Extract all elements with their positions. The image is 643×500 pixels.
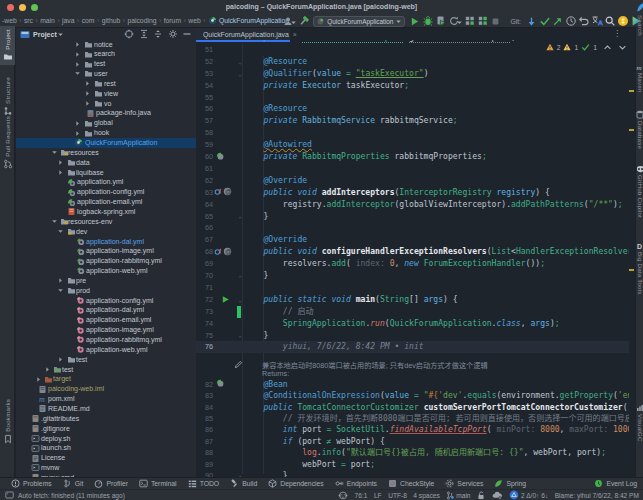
tree-item-application-rabbitmq-yml[interactable]: application-rabbitmq.yml <box>16 256 196 266</box>
search-everywhere-button[interactable] <box>603 15 616 28</box>
bean-gutter-icon[interactable] <box>216 152 225 161</box>
build-project-button[interactable] <box>297 15 310 28</box>
run-gutter-icon[interactable] <box>221 295 230 304</box>
tree-item-resources[interactable]: resources <box>16 148 196 158</box>
breadcrumb-item[interactable]: github <box>102 17 121 24</box>
toolwindow-button-git[interactable]: Git <box>63 479 84 488</box>
history-button[interactable] <box>564 15 577 28</box>
chevron-down-icon[interactable] <box>57 31 64 38</box>
breadcrumb-item[interactable]: main <box>40 17 55 24</box>
chevron-right-icon[interactable] <box>57 158 64 168</box>
fold-marker-icon[interactable]: ⌄ <box>236 68 244 80</box>
coin-plugin-button[interactable] <box>616 15 629 28</box>
breadcrumb-item[interactable]: web <box>188 17 200 24</box>
chevron-down-icon[interactable] <box>57 227 64 237</box>
tree-item-application-config-yml[interactable]: application-config.yml <box>16 187 196 197</box>
fold-marker-icon[interactable]: ⌄ <box>236 294 244 306</box>
indent-widget[interactable]: 4 spaces <box>413 492 439 499</box>
translate-button[interactable] <box>590 15 603 28</box>
debug-button[interactable] <box>421 15 434 28</box>
tree-item-license[interactable]: License <box>16 453 196 463</box>
breadcrumb-item[interactable]: forum <box>164 17 181 24</box>
profiler-alt-button[interactable] <box>476 15 489 28</box>
toolwindow-button-big-data-tools[interactable]: DBig Data Tools <box>636 242 643 295</box>
line-ending-widget[interactable]: LF <box>374 492 382 499</box>
chevron-right-icon[interactable] <box>74 59 81 69</box>
tree-item-pre[interactable]: pre <box>16 276 196 286</box>
tree-item-global[interactable]: global <box>16 118 196 128</box>
chevron-down-icon[interactable] <box>51 148 58 158</box>
toolwindow-button-github-copilot[interactable]: GitHub Copilot <box>636 165 643 218</box>
tree-item-target[interactable]: target <box>16 374 196 384</box>
caret-position-widget[interactable]: 76:1 <box>355 492 368 499</box>
chevron-right-icon[interactable] <box>35 374 42 384</box>
toolwindow-button-problems[interactable]: Problems <box>11 479 52 488</box>
tree-item-application-email-yml[interactable]: application-email.yml <box>16 197 196 207</box>
cloud-sync-widget[interactable] <box>492 491 503 500</box>
chevron-right-icon[interactable] <box>74 49 81 59</box>
tree-item-application-config-yml[interactable]: application-config.yml <box>16 296 196 306</box>
tree-item-user[interactable]: user <box>16 69 196 79</box>
git-branch-widget[interactable]: main <box>446 491 470 500</box>
tree-item-resources-env[interactable]: resources-env <box>16 217 196 227</box>
annotation-gutter-icon[interactable]: @ <box>223 187 232 196</box>
tree-item-mvnw-cmd[interactable]: mvnw.cmd <box>16 473 196 477</box>
commit-button[interactable] <box>538 15 551 28</box>
toolwindow-button-profiler[interactable]: Profiler <box>94 479 128 488</box>
run-button[interactable] <box>408 15 421 28</box>
lock-widget[interactable] <box>477 491 485 500</box>
code-viewport[interactable]: 50 private GlobalViewInterceptor globalV… <box>196 40 629 477</box>
chevron-right-icon[interactable] <box>74 40 81 50</box>
tree-item--gitignore[interactable]: .gitignore <box>16 424 196 434</box>
toolwindow-button-pull-requests[interactable]: Pull Requests <box>0 116 15 169</box>
toolwindow-button-search[interactable]: Search <box>636 2 643 36</box>
scrollbar-warning-mark[interactable] <box>629 90 634 92</box>
tree-item-package-info-java[interactable]: package-info.java <box>16 108 196 118</box>
close-tab-icon[interactable]: × <box>293 31 297 38</box>
update-project-button[interactable] <box>525 15 538 28</box>
rollback-button[interactable] <box>577 15 590 28</box>
toolwindow-button-services[interactable]: Services <box>445 479 483 488</box>
tree-item-application-web-yml[interactable]: application-web.yml <box>16 266 196 276</box>
chevron-right-icon[interactable] <box>84 79 91 89</box>
toolwindow-button-project[interactable]: Project <box>0 26 15 65</box>
bean-gutter-icon[interactable] <box>216 379 225 388</box>
chevron-right-icon[interactable] <box>57 355 64 365</box>
tree-item-view[interactable]: view <box>16 89 196 99</box>
tree-item-application-rabbitmq-yml[interactable]: application-rabbitmq.yml <box>16 335 196 345</box>
fold-marker-icon[interactable]: ⌄ <box>236 56 244 68</box>
breadcrumb-item[interactable]: -web <box>2 17 17 24</box>
toolwindow-button-todo[interactable]: TODO <box>188 479 220 488</box>
tree-item-application-web-yml[interactable]: application-web.yml <box>16 345 196 355</box>
profiler-button[interactable] <box>463 15 476 28</box>
toggle-rendered-view-icon[interactable] <box>234 360 243 369</box>
tree-item-data[interactable]: data <box>16 158 196 168</box>
breadcrumb-item[interactable]: com <box>82 17 95 24</box>
toolwindow-button-spring[interactable]: Spring <box>494 479 526 488</box>
tree-item-launch-sh[interactable]: launch.sh <box>16 443 196 453</box>
tree-item-application-image-yml[interactable]: application-image.yml <box>16 246 196 256</box>
tree-item-quickforumapplication[interactable]: QuickForumApplication <box>16 138 196 148</box>
breadcrumb-item[interactable]: QuickForumApplication <box>208 16 289 25</box>
run-with-coverage-button[interactable] <box>434 15 447 28</box>
toolwindow-button-bookmarks[interactable]: Bookmarks <box>0 399 15 444</box>
toolwindow-button-checkstyle[interactable]: CheckStyle <box>388 479 434 488</box>
toolwindow-button-structure[interactable]: Structure <box>0 77 15 116</box>
push-button[interactable] <box>551 15 564 28</box>
breadcrumb-item[interactable]: paicoding <box>127 17 156 24</box>
breadcrumb-item[interactable]: java <box>62 17 74 24</box>
toolwindow-button-database[interactable]: Database <box>636 110 643 149</box>
toolwindow-button-visualgc[interactable]: VisualGC <box>636 404 643 442</box>
inspections-widget[interactable]: 211 <box>546 43 627 51</box>
toolwindow-button-dependencies[interactable]: Dependencies <box>268 479 323 488</box>
encoding-widget[interactable]: UTF-8 <box>388 492 407 499</box>
tree-item-notice[interactable]: notice <box>16 40 196 50</box>
overriding-method-icon[interactable] <box>214 187 222 196</box>
overriding-method-icon[interactable] <box>214 247 222 256</box>
chevron-right-icon[interactable] <box>57 168 64 178</box>
tree-item-vo[interactable]: vo <box>16 99 196 109</box>
scrollbar-warning-mark[interactable] <box>629 129 634 131</box>
chevron-right-icon[interactable] <box>74 118 81 128</box>
tree-item-application-yml[interactable]: application.yml <box>16 177 196 187</box>
tree-item-pom-xml[interactable]: mpom.xml <box>16 394 196 404</box>
